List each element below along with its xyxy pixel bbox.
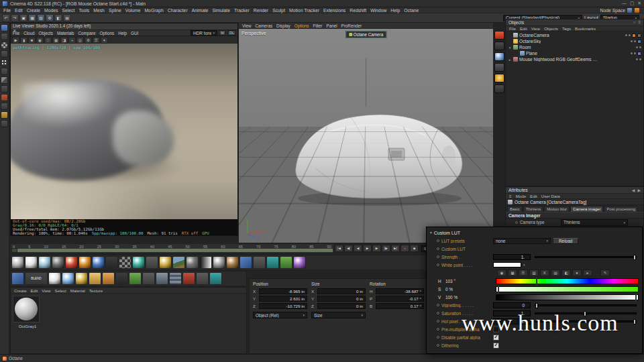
keyframe-dot-icon[interactable]	[437, 328, 439, 330]
viewport-solo-icon[interactable]	[1, 103, 8, 110]
octane-camera-button[interactable]	[494, 84, 504, 93]
ocean-icon[interactable]	[209, 272, 222, 285]
octane-node-space-icon[interactable]	[635, 8, 639, 13]
menu-item[interactable]: Edit	[13, 8, 25, 13]
material-menu-item[interactable]: View	[40, 288, 52, 293]
attributes-menu-item[interactable]: Mode	[514, 194, 528, 198]
live-viewer-menu-item[interactable]: File	[11, 31, 21, 36]
live-viewer-titlebar[interactable]: Live Viewer Studio 2020.1.4 (20 days lef…	[11, 23, 237, 29]
goto-end-button[interactable]: ▶|	[391, 245, 400, 252]
octane-material-button[interactable]	[494, 52, 504, 61]
maximize-button[interactable]: ▢	[630, 1, 634, 6]
minimize-button[interactable]: —	[622, 1, 627, 6]
workplane-mode-icon[interactable]	[1, 50, 8, 58]
menu-item[interactable]: File	[1, 8, 13, 13]
burger-icon[interactable]: ≡	[507, 194, 514, 198]
tab-post-processing[interactable]: Post processing	[604, 206, 638, 212]
live-viewer-menu-item[interactable]: Options	[97, 31, 116, 36]
livedb-button[interactable]: DL	[227, 30, 236, 36]
live-viewer-menu-item[interactable]: Compare	[76, 31, 98, 36]
slider-knob[interactable]	[633, 255, 636, 260]
search-icon[interactable]: ⌕	[633, 20, 635, 25]
points-mode-icon[interactable]	[1, 59, 8, 66]
back-arrow-icon[interactable]: ◀	[632, 188, 635, 192]
visibility-dot[interactable]	[636, 58, 638, 60]
viewport-menu-item[interactable]: Panel	[324, 23, 339, 28]
visibility-dot[interactable]	[636, 46, 638, 48]
octane-toon-material-icon[interactable]	[78, 256, 91, 269]
octane-scatter-tool-icon[interactable]	[129, 272, 142, 285]
noise-texture-icon[interactable]	[186, 256, 199, 269]
eyedropper-icon[interactable]: ✎	[600, 269, 610, 276]
keyframe-dot-icon[interactable]	[437, 320, 439, 322]
saturation-marker[interactable]	[498, 286, 499, 294]
menu-item[interactable]: Sculpt	[270, 8, 287, 13]
render-passes-icon[interactable]	[169, 272, 182, 285]
octane-shadowcatcher-icon[interactable]	[119, 256, 131, 269]
objects-menu-item[interactable]: View	[529, 26, 542, 31]
ies-light-icon[interactable]	[115, 272, 128, 285]
position-x-input[interactable]: -8.965 in	[259, 288, 307, 294]
dirt-texture-icon[interactable]	[226, 256, 239, 269]
viewport-menu-item[interactable]: Filter	[311, 23, 324, 28]
size-x-input[interactable]: 0 in	[317, 288, 366, 294]
value-bar[interactable]	[496, 294, 639, 300]
sphere-object-icon[interactable]	[48, 272, 61, 285]
make-editable-icon[interactable]	[1, 24, 8, 32]
live-viewer-menu-item[interactable]: Cloud	[21, 31, 36, 36]
octane-composite-material-icon[interactable]	[146, 256, 158, 269]
camera-label[interactable]: Octane Camera	[345, 31, 386, 38]
menu-item[interactable]: Help	[388, 8, 402, 13]
octane-glossy-material-icon[interactable]	[25, 256, 38, 269]
falloff-texture-icon[interactable]	[213, 256, 225, 269]
render-target-icon[interactable]	[182, 272, 195, 285]
screen-picker-icon[interactable]: ●	[572, 269, 582, 276]
octane-arealight-icon[interactable]	[89, 272, 101, 285]
material-menu-item[interactable]: Select	[53, 288, 68, 293]
octane-targetlight-icon[interactable]	[102, 272, 115, 285]
standard-node-space-icon[interactable]	[627, 8, 632, 13]
octane-portal-icon[interactable]	[105, 256, 118, 269]
zoom-fit-button[interactable]: +	[68, 37, 76, 44]
forward-arrow-icon[interactable]: ▶	[637, 188, 641, 192]
collapse-arrow-icon[interactable]: ▾	[430, 231, 432, 235]
cube-object-icon[interactable]	[11, 272, 24, 285]
lock-resolution-button[interactable]: ▦	[52, 37, 60, 44]
menu-item[interactable]: Spline	[107, 8, 123, 13]
attributes-panel-tab[interactable]: Attributes	[508, 188, 528, 192]
snap-icon[interactable]	[1, 111, 8, 119]
rotation-b-input[interactable]: 0.17 °	[376, 303, 424, 309]
quantize-icon[interactable]	[1, 120, 8, 127]
value-value-hsv[interactable]: 100 %	[445, 295, 466, 300]
visibility-dot[interactable]	[634, 52, 636, 54]
object-row-mouse[interactable]: ▸ Mouse Nightwood RGB GeoffDeems PRO EDU	[506, 56, 643, 62]
tweak-mode-icon[interactable]	[1, 85, 8, 93]
material-menu-item[interactable]: Create	[12, 288, 29, 293]
white-point-swatch[interactable]	[493, 262, 521, 267]
menu-item[interactable]: Volume	[123, 8, 143, 13]
size-z-input[interactable]: 0 in	[317, 303, 366, 309]
kelvin-icon[interactable]: K	[540, 269, 549, 276]
hue-bar[interactable]	[496, 278, 639, 284]
next-frame-button[interactable]: ▶	[372, 245, 381, 252]
size-mode-select[interactable]: Size▾	[311, 312, 366, 318]
menu-item[interactable]: Render	[252, 8, 270, 13]
pause-render-button[interactable]: ▮	[20, 37, 28, 44]
octane-camera-icon[interactable]	[156, 272, 168, 285]
triplanar-texture-icon[interactable]	[239, 256, 252, 269]
displacement-icon[interactable]	[266, 256, 279, 269]
settings-button[interactable]: ⚙	[85, 37, 92, 44]
render-view[interactable]: pathtracing | 1280x720 | spp 100/100	[11, 44, 237, 219]
octane-fog-icon[interactable]	[142, 272, 155, 285]
octane-specular-material-icon[interactable]	[38, 256, 51, 269]
enable-axis-icon[interactable]	[1, 94, 8, 101]
menu-item[interactable]: Tools	[76, 8, 91, 13]
objects-menu-item[interactable]: Objects	[542, 26, 560, 31]
octane-layered-material-icon[interactable]	[132, 256, 145, 269]
octane-camera-tag-icon[interactable]	[632, 34, 636, 38]
baking-texture-icon[interactable]	[253, 256, 266, 269]
phong-tag-icon[interactable]	[637, 52, 641, 56]
reload-button[interactable]: Reload	[553, 238, 578, 244]
octane-sky-icon[interactable]	[62, 272, 74, 285]
object-row-octanesky[interactable]: OctaneSky	[506, 38, 643, 44]
